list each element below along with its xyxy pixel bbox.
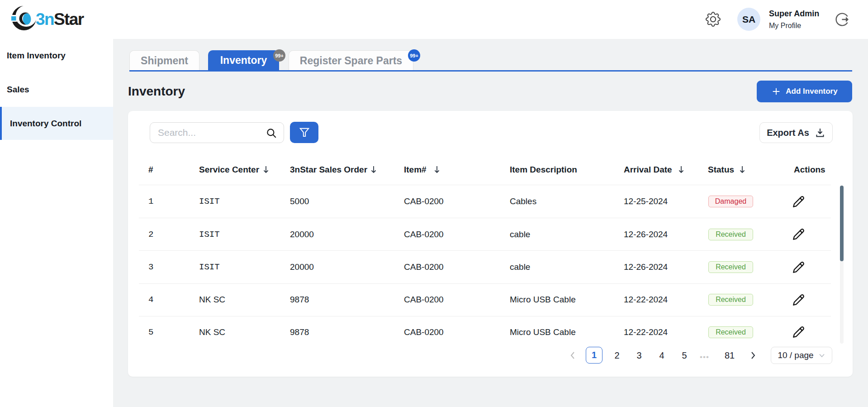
svg-text:3nStar: 3nStar (36, 10, 84, 29)
